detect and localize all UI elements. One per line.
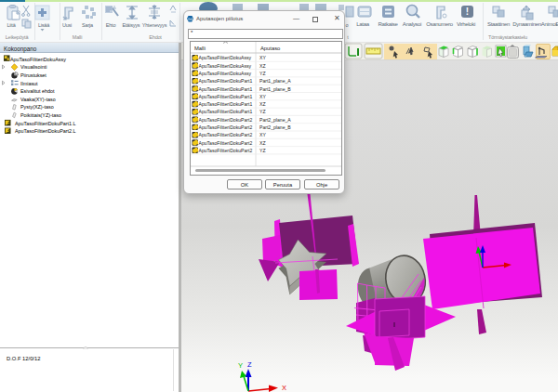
svg-text:XZ: XZ <box>259 101 266 107</box>
svg-text:XZ: XZ <box>259 63 266 69</box>
svg-text:Part1_plane_A: Part1_plane_A <box>259 78 291 84</box>
svg-text:Visualisointi: Visualisointi <box>20 64 46 70</box>
svg-text:Malli: Malli <box>194 46 206 51</box>
svg-text:Part2_plane_B: Part2_plane_B <box>259 124 291 130</box>
svg-text:ApuTasoFiltteriDokuPart2: ApuTasoFiltteriDokuPart2 <box>199 117 253 123</box>
svg-text:Z: Z <box>247 360 252 369</box>
svg-text:Ilmiasut: Ilmiasut <box>20 81 38 86</box>
svg-text:ApuTasoFiltteriDokuPart2.L: ApuTasoFiltteriDokuPart2.L <box>15 128 76 134</box>
svg-text:Poikittais(YZ)-taso: Poikittais(YZ)-taso <box>20 112 61 118</box>
svg-text:ApuTasoFiltteriDokuPart2: ApuTasoFiltteriDokuPart2 <box>199 132 253 137</box>
svg-text:Pysty(XZ)-taso: Pysty(XZ)-taso <box>20 104 54 110</box>
svg-text:YZ: YZ <box>259 71 266 76</box>
svg-text:XY: XY <box>259 132 266 137</box>
svg-text:ApuTasoFiltteriDokuPart1: ApuTasoFiltteriDokuPart1 <box>199 86 253 92</box>
svg-text:Part2_plane_A: Part2_plane_A <box>259 117 291 123</box>
svg-text:YZ: YZ <box>259 109 266 114</box>
svg-text:ApuTasoFiltteriDokuAssy: ApuTasoFiltteriDokuAssy <box>10 57 66 62</box>
svg-text:XY: XY <box>259 94 266 99</box>
svg-text:ApuTasoFiltteriDokuPart1: ApuTasoFiltteriDokuPart1 <box>199 94 253 99</box>
svg-text:YZ: YZ <box>259 148 266 153</box>
svg-text:ApuTasoFiltteriDokuPart1: ApuTasoFiltteriDokuPart1 <box>199 101 253 107</box>
svg-text:!: ! <box>466 7 469 17</box>
svg-text:ApuTasoFiltteriDokuAssy: ApuTasoFiltteriDokuAssy <box>199 71 252 76</box>
svg-text:ApuTasoFiltteriDokuPart2: ApuTasoFiltteriDokuPart2 <box>199 140 253 146</box>
svg-text:ApuTasoFiltteriDokuPart2: ApuTasoFiltteriDokuPart2 <box>199 148 253 153</box>
svg-text:Y: Y <box>238 361 243 370</box>
svg-text:ApuTasoFiltteriDokuPart1: ApuTasoFiltteriDokuPart1 <box>199 109 253 114</box>
svg-text:ApuTasoFiltteriDokuAssy: ApuTasoFiltteriDokuAssy <box>199 63 252 69</box>
svg-text:XY: XY <box>259 55 266 60</box>
svg-text:ApuTasoFiltteriDokuAssy: ApuTasoFiltteriDokuAssy <box>199 55 252 60</box>
svg-text:Vaaka(XY)-taso: Vaaka(XY)-taso <box>20 97 56 102</box>
svg-text:ApuTasoFiltteriDokuPart2: ApuTasoFiltteriDokuPart2 <box>199 124 253 130</box>
svg-text:Part1_plane_B: Part1_plane_B <box>259 86 291 92</box>
svg-text:X: X <box>282 384 286 392</box>
svg-text:Aputaso: Aputaso <box>260 46 280 51</box>
svg-text:D.O.F 12/0/12: D.O.F 12/0/12 <box>7 356 40 361</box>
svg-text:ApuTasoFiltteriDokuPart1: ApuTasoFiltteriDokuPart1 <box>199 78 253 84</box>
svg-text:Piirustukset: Piirustukset <box>20 72 46 78</box>
svg-text:Esivalitut ehdot: Esivalitut ehdot <box>20 88 55 94</box>
svg-text:XZ: XZ <box>259 140 266 146</box>
svg-text:ApuTasoFiltteriDokuPart1.L: ApuTasoFiltteriDokuPart1.L <box>15 121 76 126</box>
